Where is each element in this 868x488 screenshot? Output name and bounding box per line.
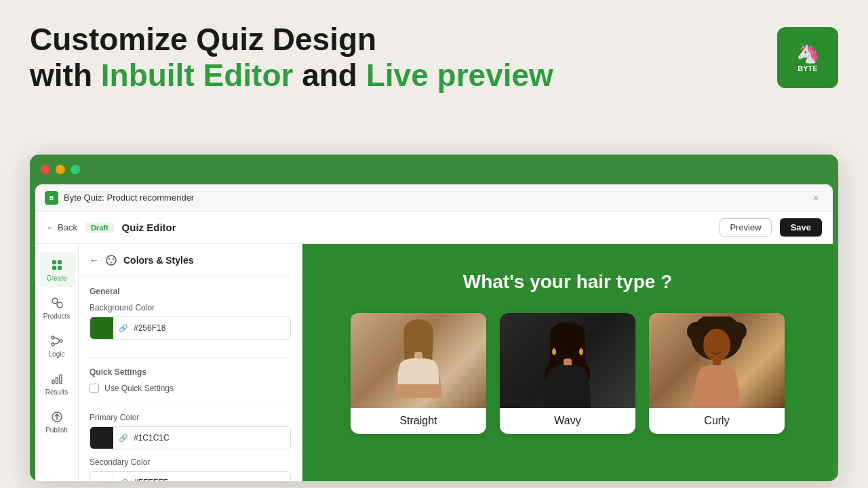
general-section: General Background Color 🔗 #256F18 (79, 277, 302, 357)
logo-icon: 🦄 (796, 42, 820, 65)
hero-live-preview: Live preview (366, 58, 553, 93)
browser-dot-red[interactable] (41, 165, 50, 174)
svg-rect-0 (52, 260, 56, 264)
link-icon-3: 🔗 (119, 479, 128, 482)
svg-point-25 (728, 322, 747, 341)
bg-color-text: 🔗 #256F18 (113, 323, 290, 333)
svg-point-14 (108, 258, 111, 260)
svg-rect-10 (56, 378, 58, 384)
panel-back-icon[interactable]: ← (90, 255, 99, 266)
byte-logo: 🦄 BYTE (777, 27, 838, 88)
svg-point-27 (703, 329, 730, 361)
app-header-nav: ← Back Draft Quiz Editor Preview Save (35, 211, 833, 244)
primary-color-group: Primary Color 🔗 #1C1C1C (90, 413, 291, 449)
primary-color-text: 🔗 #1C1C1C (113, 433, 290, 443)
quick-settings-label: Quick Settings (90, 367, 291, 377)
woman-wavy-figure (524, 317, 612, 408)
quick-settings-section: Quick Settings Use Quick Settings (79, 358, 302, 403)
svg-point-13 (106, 256, 116, 265)
secondary-color-value: #FFFFFF (134, 478, 168, 481)
sidebar-item-publish[interactable]: Publish (39, 404, 75, 439)
quiz-editor-title: Quiz Editor (122, 222, 712, 233)
svg-point-5 (57, 302, 62, 308)
hero-section: Customize Quiz Design with Inbuilt Edito… (30, 22, 553, 94)
svg-point-8 (60, 340, 62, 342)
option-straight[interactable]: Straight (351, 313, 486, 434)
svg-rect-1 (58, 260, 62, 264)
browser-dot-yellow[interactable] (56, 165, 65, 174)
svg-rect-3 (58, 266, 62, 270)
app-body: Create Products (35, 244, 833, 481)
photo-wavy (500, 313, 635, 408)
svg-point-7 (52, 343, 54, 346)
svg-point-4 (52, 298, 58, 304)
svg-rect-9 (52, 380, 54, 384)
create-icon (50, 258, 64, 272)
woman-straight-figure (378, 317, 459, 408)
logic-label: Logic (49, 350, 65, 358)
palette-icon (104, 253, 118, 267)
background-color-group: Background Color 🔗 #256F18 (90, 303, 291, 340)
option-wavy[interactable]: Wavy (500, 313, 635, 434)
browser-chrome-bar (30, 155, 838, 184)
link-icon: 🔗 (119, 324, 128, 333)
primary-color-swatch[interactable] (90, 426, 113, 449)
option-wavy-label: Wavy (500, 408, 635, 434)
browser-window: B Byte Quiz: Product recommender × ← Bac… (30, 155, 838, 481)
option-curly[interactable]: Curly (649, 313, 785, 434)
primary-color-section: Primary Color 🔗 #1C1C1C Secondary Color (79, 403, 302, 481)
hero-line1: Customize Quiz Design (30, 22, 553, 58)
app-icon: B (45, 191, 58, 205)
sidebar-item-results[interactable]: Results (39, 366, 75, 401)
create-label: Create (46, 274, 66, 282)
sidebar-item-logic[interactable]: Logic (39, 328, 75, 363)
svg-point-21 (552, 348, 556, 355)
secondary-color-swatch[interactable] (90, 471, 113, 481)
svg-point-22 (579, 348, 583, 355)
logo-label: BYTE (797, 64, 817, 73)
hero-line2: with Inbuilt Editor and Live preview (30, 58, 553, 94)
panel-title: Colors & Styles (123, 255, 193, 266)
secondary-color-input-row[interactable]: 🔗 #FFFFFF (90, 471, 291, 481)
general-label: General (90, 287, 291, 296)
svg-point-15 (113, 258, 115, 260)
app-title: Byte Quiz: Product recommender (64, 192, 803, 203)
use-quick-settings-row: Use Quick Settings (90, 384, 291, 393)
back-button[interactable]: ← Back (46, 222, 77, 232)
option-straight-label: Straight (351, 408, 486, 434)
hero-and: and (293, 58, 366, 93)
primary-color-value: #1C1C1C (134, 433, 170, 443)
bg-color-swatch[interactable] (90, 317, 113, 340)
bg-color-value: #256F18 (134, 323, 165, 333)
bg-color-input-row[interactable]: 🔗 #256F18 (90, 317, 291, 340)
sidebar-item-create[interactable]: Create (39, 252, 75, 287)
browser-dot-green[interactable] (71, 165, 80, 174)
sidebar-item-products[interactable]: Products (39, 290, 75, 325)
option-curly-label: Curly (649, 408, 785, 434)
svg-point-6 (52, 336, 54, 339)
publish-icon (50, 409, 64, 424)
primary-color-input-row[interactable]: 🔗 #1C1C1C (90, 426, 291, 449)
byte-logo-text: 🦄 BYTE (796, 42, 820, 74)
use-quick-settings-checkbox[interactable] (90, 384, 99, 393)
secondary-color-text: 🔗 #FFFFFF (113, 478, 290, 481)
hero-line2-prefix: with (30, 58, 101, 93)
preview-area: What's your hair type ? (302, 244, 833, 481)
app-titlebar: B Byte Quiz: Product recommender × (35, 184, 833, 211)
results-label: Results (45, 388, 68, 396)
woman-curly-figure (676, 317, 757, 408)
app-close-button[interactable]: × (808, 190, 823, 205)
products-icon (50, 296, 64, 310)
hero-inbuilt-editor: Inbuilt Editor (101, 58, 294, 93)
logic-icon (50, 333, 64, 348)
svg-rect-11 (60, 375, 62, 384)
draft-badge: Draft (85, 222, 114, 233)
primary-color-label: Primary Color (90, 413, 291, 422)
svg-rect-2 (52, 266, 56, 270)
quiz-options: Straight (323, 313, 812, 434)
save-button[interactable]: Save (780, 218, 822, 237)
preview-button[interactable]: Preview (719, 218, 771, 237)
results-icon (50, 371, 64, 386)
svg-point-16 (111, 262, 113, 264)
link-icon-2: 🔗 (119, 434, 128, 443)
